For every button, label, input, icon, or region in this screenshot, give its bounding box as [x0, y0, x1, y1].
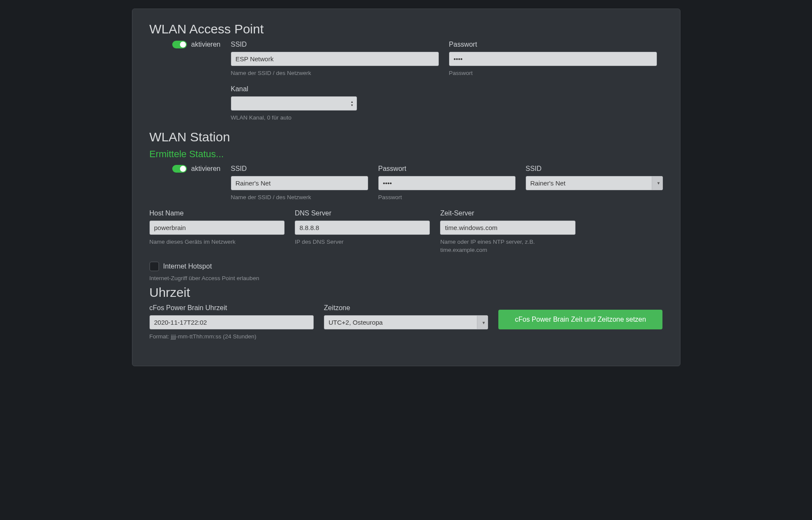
station-enable-label: aktivieren — [191, 165, 220, 173]
station-password-input[interactable] — [378, 176, 515, 190]
ap-enable-toggle[interactable] — [172, 41, 187, 48]
hostname-label: Host Name — [150, 209, 285, 217]
ap-channel-label: Kanal — [231, 85, 439, 93]
datetime-input[interactable] — [150, 315, 314, 329]
ap-password-input[interactable] — [449, 52, 657, 66]
station-ssid-input[interactable] — [231, 176, 368, 190]
timezone-select[interactable]: UTC+2, Osteuropa — [324, 315, 488, 329]
station-ssid-help: Name der SSID / des Netzwerk — [231, 194, 368, 202]
ntp-label: Zeit-Server — [440, 209, 575, 217]
internet-hotspot-checkbox[interactable] — [150, 262, 159, 271]
section-title-station: WLAN Station — [150, 130, 663, 144]
section-title-time: Uhrzeit — [150, 285, 663, 300]
ntp-help: Name oder IP eines NTP server, z.B. time… — [440, 238, 575, 254]
station-password-label: Passwort — [378, 165, 515, 173]
ap-password-label: Passwort — [449, 41, 657, 48]
station-status: Ermittele Status... — [150, 149, 663, 160]
datetime-help: Format: jjjj-mm-ttThh:mm:ss (24 Stunden) — [150, 333, 314, 341]
ap-enable-label: aktivieren — [191, 41, 220, 48]
dns-help: IP des DNS Server — [295, 238, 430, 246]
ap-password-help: Passwort — [449, 69, 657, 78]
internet-hotspot-help: Internet-Zugriff über Access Point erlau… — [150, 275, 663, 283]
ap-ssid-label: SSID — [231, 41, 439, 48]
timezone-label: Zeitzone — [324, 304, 488, 312]
station-password-help: Passwort — [378, 194, 515, 202]
datetime-label: cFos Power Brain Uhrzeit — [150, 304, 314, 312]
set-time-button[interactable]: cFos Power Brain Zeit und Zeitzone setze… — [498, 310, 662, 329]
ntp-input[interactable] — [440, 221, 575, 235]
ap-ssid-input[interactable] — [231, 52, 439, 66]
ap-channel-help: WLAN Kanal, 0 für auto — [231, 114, 439, 122]
station-ssid-select[interactable]: Rainer's Net — [526, 176, 663, 190]
hostname-help: Name dieses Geräts im Netzwerk — [150, 238, 285, 246]
dns-label: DNS Server — [295, 209, 430, 217]
settings-panel: WLAN Access Point aktivieren SSID Name d… — [132, 9, 680, 366]
ap-channel-input[interactable] — [231, 96, 357, 111]
section-title-ap: WLAN Access Point — [150, 22, 663, 36]
dns-input[interactable] — [295, 221, 430, 235]
hostname-input[interactable] — [150, 221, 285, 235]
ap-ssid-help: Name der SSID / des Netzwerk — [231, 69, 439, 78]
station-ssid-select-label: SSID — [526, 165, 663, 173]
internet-hotspot-label: Internet Hotspot — [163, 263, 212, 270]
station-enable-toggle[interactable] — [172, 165, 187, 173]
station-ssid-label: SSID — [231, 165, 368, 173]
